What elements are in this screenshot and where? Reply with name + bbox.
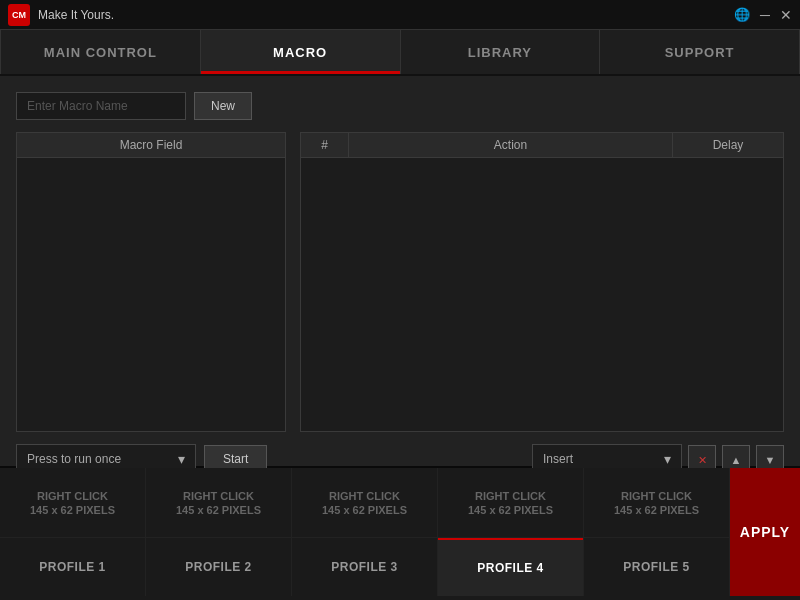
app-logo: CM xyxy=(8,4,30,26)
apply-button[interactable]: APPLY xyxy=(730,468,800,596)
profile-col-3: RIGHT CLICK 145 x 62 PIXELS PROFILE 3 xyxy=(292,468,438,596)
left-panel: Macro Field xyxy=(16,132,286,432)
profile-tab-2[interactable]: PROFILE 2 xyxy=(146,538,291,596)
macro-top-row: New xyxy=(16,92,784,120)
profile-tab-3[interactable]: PROFILE 3 xyxy=(292,538,437,596)
profile-col-5: RIGHT CLICK 145 x 62 PIXELS PROFILE 5 xyxy=(584,468,730,596)
title-bar: CM Make It Yours. 🌐 ─ ✕ xyxy=(0,0,800,30)
title-bar-controls: 🌐 ─ ✕ xyxy=(734,8,792,22)
col-delay-header: Delay xyxy=(673,133,783,157)
apply-col: APPLY xyxy=(730,468,800,596)
profile-2-right-click: RIGHT CLICK 145 x 62 PIXELS xyxy=(146,468,291,538)
app-title: Make It Yours. xyxy=(38,8,114,22)
x-icon xyxy=(698,452,707,467)
tab-macro[interactable]: MACRO xyxy=(201,30,401,74)
panels-row: Macro Field # Action Delay xyxy=(16,132,784,432)
tab-support[interactable]: SUPPORT xyxy=(600,30,800,74)
profile-tab-1[interactable]: PROFILE 1 xyxy=(0,538,145,596)
profile-tab-5[interactable]: PROFILE 5 xyxy=(584,538,729,596)
title-bar-left: CM Make It Yours. xyxy=(8,4,114,26)
profile-1-right-click: RIGHT CLICK 145 x 62 PIXELS xyxy=(0,468,145,538)
profile-4-right-click: RIGHT CLICK 145 x 62 PIXELS xyxy=(438,468,583,538)
nav-tabs: MAIN CONTROL MACRO LIBRARY SUPPORT xyxy=(0,30,800,76)
profile-col-4: RIGHT CLICK 145 x 62 PIXELS PROFILE 4 xyxy=(438,468,584,596)
profile-bar: RIGHT CLICK 145 x 62 PIXELS PROFILE 1 RI… xyxy=(0,466,800,596)
col-hash-header: # xyxy=(301,133,349,157)
chevron-down-icon xyxy=(178,451,185,467)
tab-library[interactable]: LIBRARY xyxy=(401,30,601,74)
macro-name-input[interactable] xyxy=(16,92,186,120)
profile-col-2: RIGHT CLICK 145 x 62 PIXELS PROFILE 2 xyxy=(146,468,292,596)
minimize-button[interactable]: ─ xyxy=(760,8,770,22)
chevron-down-icon xyxy=(664,451,671,467)
right-panel-header: # Action Delay xyxy=(300,132,784,157)
profile-tab-4[interactable]: PROFILE 4 xyxy=(438,538,583,596)
action-list-body xyxy=(300,157,784,432)
macro-field-body xyxy=(16,157,286,432)
right-panel: # Action Delay xyxy=(300,132,784,432)
col-action-header: Action xyxy=(349,133,673,157)
profile-col-1: RIGHT CLICK 145 x 62 PIXELS PROFILE 1 xyxy=(0,468,146,596)
arrow-up-icon xyxy=(731,452,742,467)
globe-icon[interactable]: 🌐 xyxy=(734,8,750,21)
arrow-down-icon xyxy=(765,452,776,467)
macro-field-header: Macro Field xyxy=(16,132,286,157)
new-button[interactable]: New xyxy=(194,92,252,120)
profile-5-right-click: RIGHT CLICK 145 x 62 PIXELS xyxy=(584,468,729,538)
profile-3-right-click: RIGHT CLICK 145 x 62 PIXELS xyxy=(292,468,437,538)
main-content: New Macro Field # Action Delay xyxy=(0,76,800,466)
tab-main-control[interactable]: MAIN CONTROL xyxy=(0,30,201,74)
close-button[interactable]: ✕ xyxy=(780,8,792,22)
